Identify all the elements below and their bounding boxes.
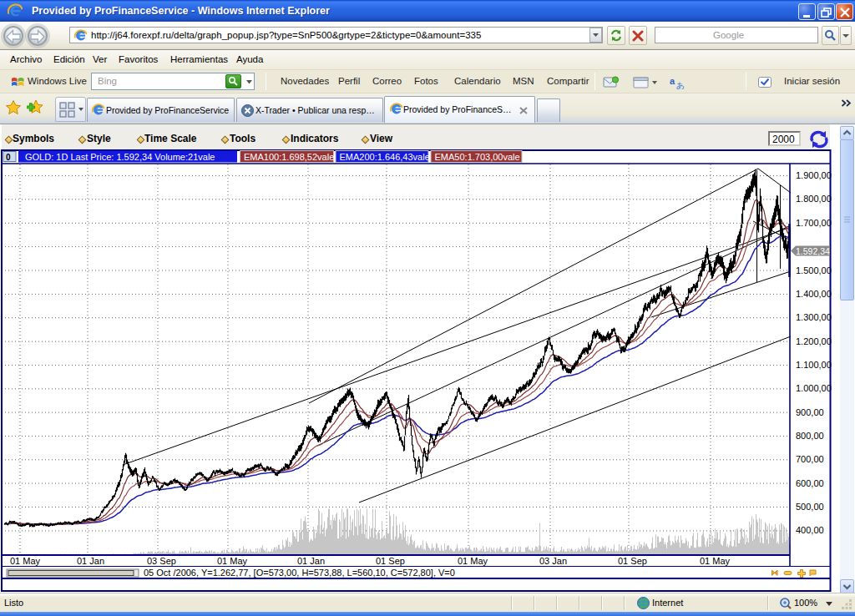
- svg-text:03 Jan: 03 Jan: [539, 556, 567, 566]
- svg-text:1.500,00: 1.500,00: [796, 265, 832, 275]
- svg-text:01 May: 01 May: [217, 556, 248, 566]
- svg-text:GOLD: 1D Last Price: 1.592,34: GOLD: 1D Last Price: 1.592,34 Volume:21v…: [25, 152, 215, 162]
- svg-text:600,00: 600,00: [796, 478, 824, 488]
- svg-text:01 Sep: 01 Sep: [376, 556, 405, 566]
- svg-text:01 May: 01 May: [458, 556, 488, 566]
- svg-text:800,00: 800,00: [796, 431, 824, 441]
- svg-text:0: 0: [6, 153, 11, 162]
- svg-text:1.000,00: 1.000,00: [796, 383, 832, 393]
- svg-text:1.800,00: 1.800,00: [796, 194, 832, 204]
- svg-text:01 May: 01 May: [10, 556, 41, 566]
- svg-text:500,00: 500,00: [796, 502, 824, 512]
- svg-text:1.592,34: 1.592,34: [796, 246, 830, 256]
- svg-text:EMA100:1.698,52vale: EMA100:1.698,52vale: [244, 152, 334, 162]
- svg-text:01 Jan: 01 Jan: [297, 556, 325, 566]
- svg-text:700,00: 700,00: [796, 454, 824, 464]
- svg-text:05 Oct /2006, Y=1.262,77, [O=5: 05 Oct /2006, Y=1.262,77, [O=573,00, H=5…: [144, 568, 455, 578]
- svg-text:01 Sep: 01 Sep: [618, 556, 647, 566]
- svg-text:1.100,00: 1.100,00: [796, 360, 832, 370]
- svg-text:400,00: 400,00: [796, 525, 824, 535]
- svg-text:900,00: 900,00: [796, 407, 824, 417]
- svg-text:03 Sep: 03 Sep: [147, 556, 176, 566]
- svg-text:EMA200:1.646,43vale: EMA200:1.646,43vale: [340, 152, 430, 162]
- svg-text:1.200,00: 1.200,00: [796, 336, 832, 346]
- svg-text:EMA50:1.703,00vale: EMA50:1.703,00vale: [435, 152, 520, 162]
- svg-text:1.900,00: 1.900,00: [796, 170, 832, 180]
- svg-text:1.700,00: 1.700,00: [796, 218, 832, 228]
- svg-text:01 May: 01 May: [700, 556, 731, 566]
- svg-text:1.400,00: 1.400,00: [796, 289, 832, 299]
- svg-text:1.300,00: 1.300,00: [796, 312, 832, 322]
- svg-text:01 Jan: 01 Jan: [77, 556, 104, 566]
